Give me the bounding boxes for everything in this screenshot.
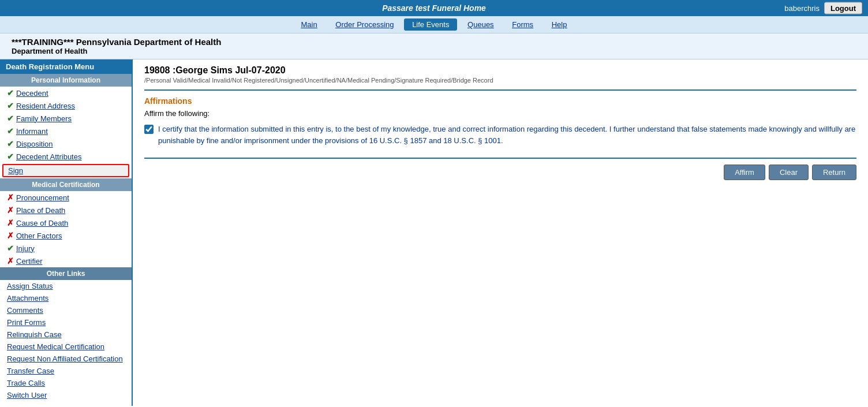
- sidebar-link-attachments[interactable]: Attachments: [0, 292, 132, 304]
- sidebar-link-relinquish-case[interactable]: Relinquish Case: [0, 328, 132, 341]
- nav-forms[interactable]: Forms: [504, 18, 541, 31]
- sidebar-link-transfer-case[interactable]: Transfer Case: [0, 365, 132, 377]
- check-icon: ✔: [7, 88, 14, 98]
- affirm-button[interactable]: Affirm: [724, 165, 765, 180]
- cross-icon: ✗: [7, 206, 14, 215]
- nav-main[interactable]: Main: [293, 18, 326, 31]
- cross-icon: ✗: [7, 218, 14, 227]
- sidebar-item-resident-address[interactable]: ✔ Resident Address: [0, 99, 132, 112]
- check-icon: ✔: [7, 152, 14, 161]
- sidebar-link-request-non-affiliated[interactable]: Request Non Affiliated Certification: [0, 353, 132, 365]
- sidebar-item-injury[interactable]: ✔ Injury: [0, 242, 132, 255]
- sidebar-item-pronouncement[interactable]: ✗ Pronouncement: [0, 191, 132, 204]
- check-icon: ✔: [7, 126, 14, 136]
- nav-bar: Main Order Processing Life Events Queues…: [0, 16, 868, 33]
- separator-bottom: [144, 158, 856, 159]
- org-sub: Department of Health: [12, 47, 856, 55]
- user-area: baberchris Logout: [784, 2, 862, 14]
- record-subtitle: /Personal Valid/Medical Invalid/Not Regi…: [144, 77, 856, 84]
- affirm-checkbox[interactable]: [144, 125, 154, 134]
- nav-help[interactable]: Help: [544, 18, 575, 31]
- sidebar-item-informant[interactable]: ✔ Informant: [0, 125, 132, 137]
- top-header: Passare test Funeral Home baberchris Log…: [0, 0, 868, 16]
- check-icon: ✔: [7, 244, 14, 253]
- clear-button[interactable]: Clear: [769, 165, 809, 180]
- sidebar-link-print-forms[interactable]: Print Forms: [0, 316, 132, 328]
- sidebar-link-trade-calls[interactable]: Trade Calls: [0, 377, 132, 389]
- sidebar-item-decedent[interactable]: ✔ Decedent: [0, 87, 132, 99]
- check-icon: ✔: [7, 114, 14, 123]
- sidebar-header: Death Registration Menu: [0, 59, 132, 74]
- separator: [144, 89, 856, 91]
- sidebar-item-place-of-death[interactable]: ✗ Place of Death: [0, 204, 132, 216]
- sidebar-item-family-members[interactable]: ✔ Family Members: [0, 112, 132, 125]
- app-title: Passare test Funeral Home: [382, 3, 486, 13]
- sidebar: Death Registration Menu Personal Informa…: [0, 59, 133, 406]
- sidebar-link-request-medical-cert[interactable]: Request Medical Certification: [0, 341, 132, 353]
- affirm-text-label: I certify that the information submitted…: [158, 124, 856, 146]
- sidebar-item-certifier[interactable]: ✗ Certifier: [0, 255, 132, 267]
- sidebar-item-sign[interactable]: Sign: [2, 164, 129, 177]
- medical-cert-header: Medical Certification: [0, 178, 132, 191]
- check-icon: ✔: [7, 139, 14, 148]
- sidebar-link-assign-status[interactable]: Assign Status: [0, 280, 132, 292]
- nav-queues[interactable]: Queues: [459, 18, 502, 31]
- logout-button[interactable]: Logout: [824, 2, 862, 14]
- username: baberchris: [784, 4, 820, 13]
- sidebar-item-decedent-attributes[interactable]: ✔ Decedent Attributes: [0, 150, 132, 163]
- personal-info-header: Personal Information: [0, 74, 132, 87]
- affirmations-title: Affirmations: [144, 96, 856, 106]
- nav-life-events[interactable]: Life Events: [404, 18, 457, 31]
- nav-order-processing[interactable]: Order Processing: [327, 18, 402, 31]
- check-icon: ✔: [7, 101, 14, 110]
- main-content: 19808 :George Sims Jul-07-2020 /Personal…: [133, 59, 868, 186]
- other-links-header: Other Links: [0, 267, 132, 280]
- button-row: Affirm Clear Return: [144, 165, 856, 180]
- affirm-checkbox-row: I certify that the information submitted…: [144, 124, 856, 146]
- cross-icon: ✗: [7, 193, 14, 202]
- org-title: ***TRAINING*** Pennsylvania Department o…: [12, 37, 856, 47]
- sidebar-item-other-factors[interactable]: ✗ Other Factors: [0, 229, 132, 242]
- cross-icon: ✗: [7, 231, 14, 240]
- cross-icon: ✗: [7, 256, 14, 266]
- sidebar-link-comments[interactable]: Comments: [0, 304, 132, 316]
- sidebar-link-switch-user[interactable]: Switch User: [0, 389, 132, 401]
- sidebar-item-disposition[interactable]: ✔ Disposition: [0, 137, 132, 150]
- sub-header: ***TRAINING*** Pennsylvania Department o…: [0, 33, 868, 59]
- main-layout: Death Registration Menu Personal Informa…: [0, 59, 868, 406]
- return-button[interactable]: Return: [812, 165, 856, 180]
- record-title: 19808 :George Sims Jul-07-2020: [144, 65, 856, 76]
- affirm-label: Affirm the following:: [144, 109, 856, 118]
- sidebar-item-cause-of-death[interactable]: ✗ Cause of Death: [0, 216, 132, 229]
